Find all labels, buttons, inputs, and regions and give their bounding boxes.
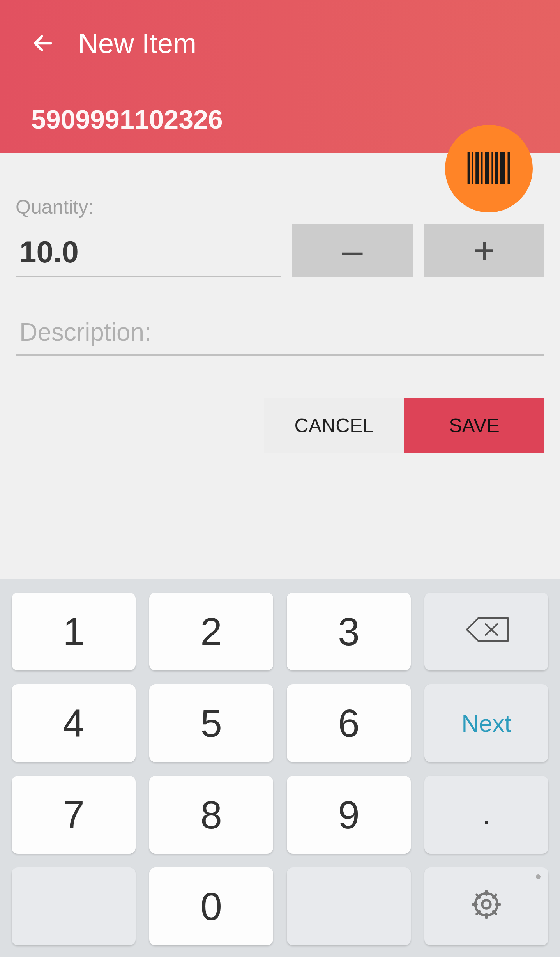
quantity-input[interactable] bbox=[16, 228, 281, 277]
key-4[interactable]: 4 bbox=[12, 684, 136, 762]
key-1[interactable]: 1 bbox=[12, 593, 136, 670]
key-9[interactable]: 9 bbox=[287, 776, 411, 854]
quantity-increment-button[interactable]: + bbox=[424, 224, 545, 277]
keyboard-row-3: 7 8 9 . bbox=[12, 776, 548, 854]
gear-icon bbox=[471, 884, 502, 929]
key-2[interactable]: 2 bbox=[149, 593, 273, 670]
minus-icon: – bbox=[342, 230, 363, 271]
keyboard-row-1: 1 2 3 bbox=[12, 593, 548, 670]
key-5[interactable]: 5 bbox=[149, 684, 273, 762]
keyboard-row-4: 0 bbox=[12, 867, 548, 945]
save-button[interactable]: SAVE bbox=[404, 398, 544, 453]
cancel-button[interactable]: CANCEL bbox=[264, 398, 404, 453]
key-dot[interactable]: . bbox=[424, 776, 548, 854]
keyboard-row-2: 4 5 6 Next bbox=[12, 684, 548, 762]
svg-rect-2 bbox=[472, 152, 473, 184]
action-row: CANCEL SAVE bbox=[16, 398, 544, 453]
key-3[interactable]: 3 bbox=[287, 593, 411, 670]
key-8[interactable]: 8 bbox=[149, 776, 273, 854]
key-next[interactable]: Next bbox=[424, 684, 548, 762]
voice-indicator-icon bbox=[536, 874, 541, 879]
svg-rect-1 bbox=[468, 152, 470, 184]
barcode-icon bbox=[466, 152, 511, 185]
description-input[interactable] bbox=[16, 310, 544, 356]
key-backspace[interactable] bbox=[424, 593, 548, 670]
svg-rect-6 bbox=[491, 152, 493, 184]
key-6[interactable]: 6 bbox=[287, 684, 411, 762]
numeric-keyboard: 1 2 3 4 5 6 Next 7 8 9 . 0 bbox=[0, 579, 560, 957]
svg-rect-4 bbox=[481, 152, 483, 184]
svg-rect-8 bbox=[500, 152, 505, 184]
page-title: New Item bbox=[78, 27, 196, 59]
svg-rect-9 bbox=[508, 152, 510, 184]
quantity-row: – + bbox=[16, 224, 544, 277]
key-empty-right[interactable] bbox=[287, 867, 411, 945]
svg-rect-5 bbox=[485, 152, 489, 184]
key-empty-left[interactable] bbox=[12, 867, 136, 945]
title-row: New Item bbox=[31, 27, 529, 59]
svg-rect-3 bbox=[475, 152, 479, 184]
key-settings[interactable] bbox=[424, 867, 548, 945]
svg-point-13 bbox=[475, 893, 498, 915]
quantity-decrement-button[interactable]: – bbox=[292, 224, 413, 277]
svg-rect-7 bbox=[495, 152, 498, 184]
svg-point-12 bbox=[482, 900, 490, 908]
barcode-scan-button[interactable] bbox=[445, 125, 533, 212]
plus-icon: + bbox=[473, 230, 495, 271]
back-arrow-icon[interactable] bbox=[31, 32, 55, 55]
key-7[interactable]: 7 bbox=[12, 776, 136, 854]
barcode-number: 5909991102326 bbox=[31, 104, 529, 134]
backspace-icon bbox=[463, 609, 510, 654]
key-0[interactable]: 0 bbox=[149, 867, 273, 945]
